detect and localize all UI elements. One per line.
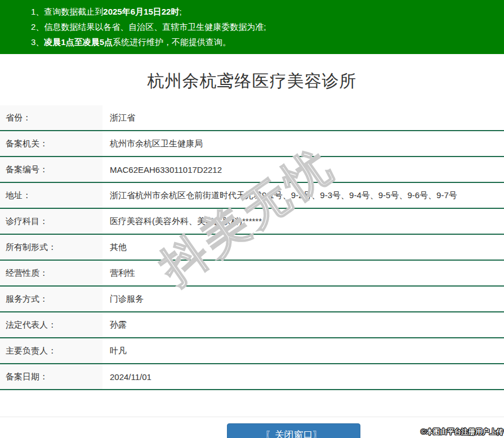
row-label: 备案编号： xyxy=(0,157,102,182)
row-value: 浙江省杭州市余杭区仓前街道时代天元城9-1号、9-2号、9-3号、9-4号、9-… xyxy=(102,183,504,208)
row-label: 备案日期： xyxy=(0,364,102,389)
table-row: 法定代表人： 孙露 xyxy=(0,312,504,338)
notice-3-text: 3、 xyxy=(31,37,44,47)
notice-line-3: 3、凌晨1点至凌晨5点系统进行维护，不能提供查询。 xyxy=(31,34,498,50)
row-value: 门诊服务 xyxy=(102,287,504,311)
row-label: 地址： xyxy=(0,183,102,208)
table-row: 地址： 浙江省杭州市余杭区仓前街道时代天元城9-1号、9-2号、9-3号、9-4… xyxy=(0,183,504,209)
row-value: 其他 xyxy=(102,235,504,260)
row-value: 叶凡 xyxy=(102,338,504,363)
row-value: MAC62EAH633011017D2212 xyxy=(102,157,504,182)
notice-3-bold: 凌晨1点至凌晨5点 xyxy=(44,37,113,47)
row-label: 诊疗科目： xyxy=(0,209,102,234)
table-row: 省份： 浙江省 xyxy=(0,105,504,131)
table-row: 服务方式： 门诊服务 xyxy=(0,287,504,312)
row-value: 医疗美容科(美容外科、美容皮肤科)****** xyxy=(102,209,504,234)
table-row: 备案机关： 杭州市余杭区卫生健康局 xyxy=(0,131,504,157)
row-value: 浙江省 xyxy=(102,105,504,130)
table-row: 主要负责人： 叶凡 xyxy=(0,338,504,364)
row-value: 杭州市余杭区卫生健康局 xyxy=(102,131,504,156)
row-value: 孙露 xyxy=(102,312,504,337)
row-label: 省份： xyxy=(0,105,102,130)
row-label: 所有制形式： xyxy=(0,235,102,260)
notice-1-bold: 2025年6月15日22时 xyxy=(103,7,179,16)
table-row: 备案编号： MAC62EAH633011017D2212 xyxy=(0,157,504,183)
institution-info-table: 省份： 浙江省 备案机关： 杭州市余杭区卫生健康局 备案编号： MAC62EAH… xyxy=(0,105,504,390)
close-window-button[interactable]: 〖关闭窗口〗 xyxy=(227,423,360,438)
table-row: 经营性质： 营利性 xyxy=(0,261,504,287)
notice-bar: 1、查询数据截止到2025年6月15日22时; 2、信息数据结果以各省、自治区、… xyxy=(0,0,504,54)
table-row: 诊疗科目： 医疗美容科(美容外科、美容皮肤科)****** xyxy=(0,209,504,235)
table-row: 所有制形式： 其他 xyxy=(0,235,504,261)
row-value: 2024/11/01 xyxy=(102,364,504,389)
notice-1-text: 1、查询数据截止到 xyxy=(31,7,103,16)
footer-divider xyxy=(0,417,504,417)
row-label: 服务方式： xyxy=(0,287,102,311)
table-row: 备案日期： 2024/11/01 xyxy=(0,364,504,390)
row-label: 备案机关： xyxy=(0,131,102,156)
notice-line-1: 1、查询数据截止到2025年6月15日22时; xyxy=(31,4,498,19)
row-value: 营利性 xyxy=(102,261,504,285)
row-label: 主要负责人： xyxy=(0,338,102,363)
platform-upload-stamp: ©本图由平台注册用户上传 xyxy=(421,427,503,437)
notice-2-text: 2、信息数据结果以各省、自治区、直辖市卫生健康委数据为准; xyxy=(31,22,266,32)
row-label: 经营性质： xyxy=(0,261,102,285)
notice-1-post: ; xyxy=(179,7,181,16)
row-label: 法定代表人： xyxy=(0,312,102,337)
notice-line-2: 2、信息数据结果以各省、自治区、直辖市卫生健康委数据为准; xyxy=(31,19,498,34)
page-title: 杭州余杭鸢络医疗美容诊所 xyxy=(0,70,504,93)
notice-3-post: 系统进行维护，不能提供查询。 xyxy=(113,37,231,47)
